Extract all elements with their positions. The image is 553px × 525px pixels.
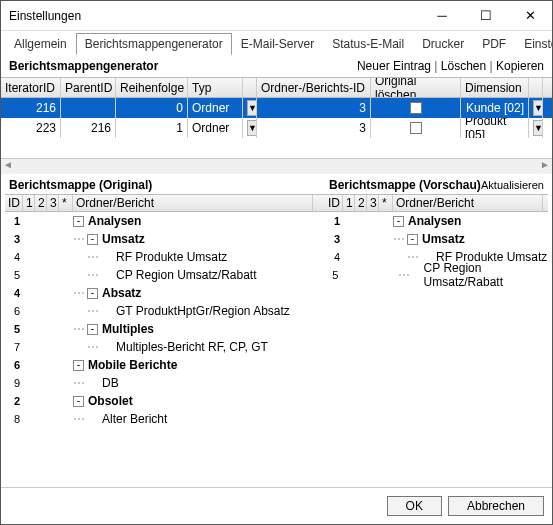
tree-item-label: Alter Bericht (102, 412, 167, 426)
grid-col-header[interactable]: Typ (188, 78, 243, 97)
grid-col-header[interactable]: IteratorID (1, 78, 61, 97)
tree-col-header[interactable]: ID (5, 195, 23, 211)
tree-row[interactable]: 6 ⋯GT ProduktHptGr/Region Absatz (5, 302, 325, 320)
tree-row[interactable]: 5 ⋯CP Region Umsatz/Rabatt (325, 266, 548, 284)
tree-item-label: CP Region Umsatz/Rabatt (424, 261, 548, 289)
new-entry-link[interactable]: Neuer Eintrag (357, 59, 441, 73)
grid-col-header[interactable]: Original löschen (371, 78, 461, 97)
ok-button[interactable]: OK (387, 496, 442, 516)
tree-item-label: Umsatz (102, 232, 145, 246)
tree-col-header[interactable]: 3 (47, 195, 59, 211)
tree-col-header[interactable]: 2 (35, 195, 47, 211)
tab-einstell[interactable]: Einstell (515, 33, 552, 55)
tree-col-header[interactable]: * (59, 195, 73, 211)
tree-col-header[interactable]: ID (325, 195, 343, 211)
tab-status-e-mail[interactable]: Status-E-Mail (323, 33, 413, 55)
dropdown-icon[interactable]: ▼ (247, 120, 257, 136)
tree-row[interactable]: 3⋯-Umsatz (5, 230, 325, 248)
original-pane-title: Berichtsmappe (Original) (9, 178, 152, 192)
tree-col-header[interactable]: Ordner/Bericht (73, 195, 313, 211)
grid-row[interactable]: 2232161Ordner▼3Produkt [05]▼ (1, 118, 552, 138)
tab-allgemein[interactable]: Allgemein (5, 33, 76, 55)
tree-item-label: DB (102, 376, 119, 390)
copy-link[interactable]: Kopieren (496, 59, 544, 73)
tree-item-label: Umsatz (422, 232, 465, 246)
tree-row[interactable]: 3⋯-Umsatz (325, 230, 548, 248)
tab-bar: AllgemeinBerichtsmappengeneratorE-Mail-S… (1, 31, 552, 55)
expand-icon[interactable]: - (87, 288, 98, 299)
grid-col-header[interactable]: Ordner-/Berichts-ID (257, 78, 371, 97)
tree-row[interactable]: 6-Mobile Berichte (5, 356, 325, 374)
tree-col-header[interactable]: * (379, 195, 393, 211)
checkbox[interactable] (410, 122, 422, 134)
grid-col-header[interactable]: Reihenfolge (116, 78, 188, 97)
tree-row[interactable]: 7 ⋯Multiples-Bericht RF, CP, GT (5, 338, 325, 356)
tree-item-label: Analysen (408, 214, 461, 228)
tree-col-header[interactable]: 2 (355, 195, 367, 211)
tree-row[interactable]: 4 ⋯RF Produkte Umsatz (5, 248, 325, 266)
tree-item-label: Multiples-Bericht RF, CP, GT (116, 340, 268, 354)
preview-tree[interactable]: 1-Analysen3⋯-Umsatz4 ⋯RF Produkte Umsatz… (325, 212, 548, 487)
window-title: Einstellungen (9, 9, 420, 23)
grid-row[interactable]: 2160Ordner▼3Kunde [02]▼ (1, 98, 552, 118)
cancel-button[interactable]: Abbrechen (448, 496, 544, 516)
grid-col-header[interactable]: Dimension (461, 78, 529, 97)
grid-col-header[interactable]: ParentID (61, 78, 116, 97)
expand-icon[interactable]: - (73, 216, 84, 227)
tree-row[interactable]: 1-Analysen (325, 212, 548, 230)
expand-icon[interactable]: - (407, 234, 418, 245)
close-button[interactable]: ✕ (508, 1, 552, 30)
tree-item-label: RF Produkte Umsatz (116, 250, 227, 264)
tree-item-label: Mobile Berichte (88, 358, 177, 372)
expand-icon[interactable]: - (73, 396, 84, 407)
dropdown-icon[interactable]: ▼ (533, 120, 543, 136)
tree-row[interactable]: 4⋯-Absatz (5, 284, 325, 302)
tree-item-label: Analysen (88, 214, 141, 228)
tree-row[interactable]: 2-Obsolet (5, 392, 325, 410)
refresh-link[interactable]: Aktualisieren (481, 179, 544, 191)
tab-drucker[interactable]: Drucker (413, 33, 473, 55)
minimize-button[interactable]: ─ (420, 1, 464, 30)
delete-link[interactable]: Löschen (441, 59, 496, 73)
tab-e-mail-server[interactable]: E-Mail-Server (232, 33, 323, 55)
original-tree[interactable]: 1-Analysen3⋯-Umsatz4 ⋯RF Produkte Umsatz… (5, 212, 325, 487)
expand-icon[interactable]: - (73, 360, 84, 371)
tree-item-label: Obsolet (88, 394, 133, 408)
tree-row[interactable]: 5 ⋯CP Region Umsatz/Rabatt (5, 266, 325, 284)
expand-icon[interactable]: - (87, 324, 98, 335)
dropdown-icon[interactable]: ▼ (533, 100, 543, 116)
tree-row[interactable]: 1-Analysen (5, 212, 325, 230)
tree-col-header[interactable]: 1 (343, 195, 355, 211)
tree-item-label: Multiples (102, 322, 154, 336)
tree-row[interactable]: 9⋯DB (5, 374, 325, 392)
expand-icon[interactable]: - (87, 234, 98, 245)
grid-scrollbar[interactable] (1, 158, 552, 174)
tab-berichtsmappengenerator[interactable]: Berichtsmappengenerator (76, 33, 232, 55)
tree-item-label: GT ProduktHptGr/Region Absatz (116, 304, 290, 318)
dropdown-icon[interactable]: ▼ (247, 100, 257, 116)
expand-icon[interactable]: - (393, 216, 404, 227)
checkbox[interactable] (410, 102, 422, 114)
tab-pdf[interactable]: PDF (473, 33, 515, 55)
tree-col-header[interactable]: 3 (367, 195, 379, 211)
preview-pane-title: Berichtsmappe (Vorschau) (329, 178, 481, 192)
iterator-grid: IteratorIDParentIDReihenfolgeTypOrdner-/… (1, 77, 552, 174)
maximize-button[interactable]: ☐ (464, 1, 508, 30)
section-title: Berichtsmappengenerator (9, 59, 158, 73)
tree-col-header[interactable]: Ordner/Bericht (393, 195, 543, 211)
tree-item-label: CP Region Umsatz/Rabatt (116, 268, 257, 282)
tree-row[interactable]: 8⋯Alter Bericht (5, 410, 325, 428)
grid-col-header[interactable] (243, 78, 257, 97)
tree-item-label: Absatz (102, 286, 141, 300)
tree-row[interactable]: 5⋯-Multiples (5, 320, 325, 338)
grid-col-header[interactable] (529, 78, 543, 97)
tree-col-header[interactable]: 1 (23, 195, 35, 211)
